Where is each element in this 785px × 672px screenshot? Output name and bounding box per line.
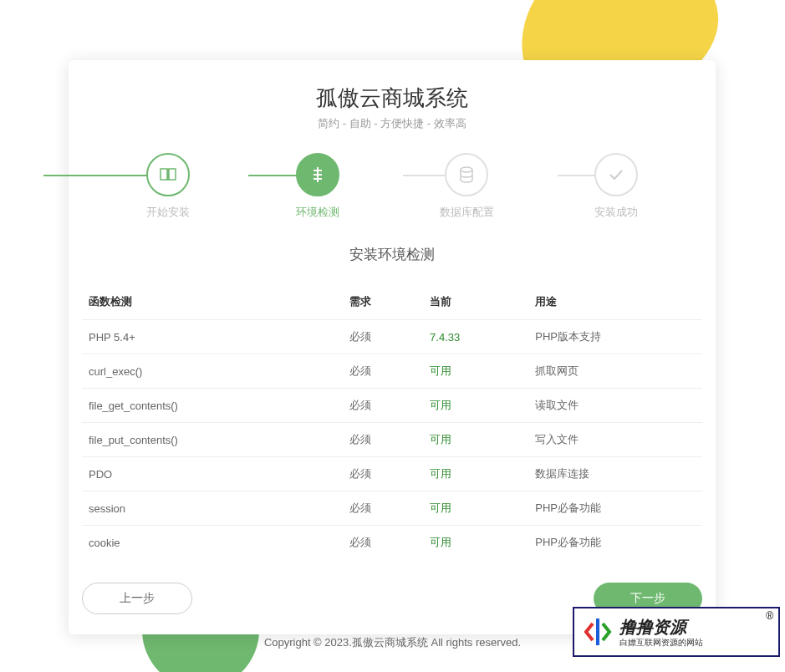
stepper: 开始安装 环境检测 数据库配置 安装成功 [69, 153, 716, 220]
th-req: 需求 [343, 284, 423, 320]
cell-use: 抓取网页 [528, 354, 702, 389]
watermark-badge: 撸撸资源 白嫖互联网资源的网站 ® [573, 607, 780, 657]
cell-name: file_put_contents() [82, 423, 343, 457]
cell-current: 可用 [423, 457, 528, 491]
table-row: PDO必须可用数据库连接 [82, 457, 702, 491]
cell-current: 可用 [423, 423, 528, 457]
cell-req: 必须 [343, 423, 423, 457]
cell-req: 必须 [343, 354, 423, 389]
step-label: 开始安装 [146, 205, 190, 220]
th-use: 用途 [528, 284, 702, 320]
cell-name: file_get_contents() [82, 389, 343, 423]
cell-current: 可用 [423, 354, 528, 389]
cell-name: curl_exec() [82, 354, 343, 389]
cell-req: 必须 [343, 526, 423, 560]
database-icon [458, 166, 475, 183]
table-row: session必须可用PHP必备功能 [82, 491, 702, 526]
cell-name: PHP 5.4+ [82, 320, 343, 354]
cell-req: 必须 [343, 457, 423, 491]
cell-current: 可用 [423, 389, 528, 423]
step-circle [296, 153, 339, 196]
table-row: file_put_contents()必须可用写入文件 [82, 423, 702, 457]
cell-use: 读取文件 [528, 389, 702, 423]
cell-use: 写入文件 [528, 423, 702, 457]
cell-current: 可用 [423, 491, 528, 526]
table-row: curl_exec()必须可用抓取网页 [82, 354, 702, 389]
step-circle [445, 153, 488, 196]
step-label: 数据库配置 [440, 205, 494, 220]
step-label: 环境检测 [296, 205, 339, 220]
cell-current: 7.4.33 [423, 320, 528, 354]
watermark-logo-icon [579, 613, 616, 650]
step-db: 数据库配置 [392, 153, 542, 220]
env-icon [309, 165, 326, 184]
cell-name: session [82, 491, 343, 526]
section-title: 安装环境检测 [69, 245, 716, 264]
cell-name: cookie [82, 526, 343, 560]
step-env: 环境检测 [243, 153, 393, 220]
watermark-title: 撸撸资源 [619, 616, 703, 639]
registered-mark: ® [766, 610, 773, 622]
th-cur: 当前 [423, 284, 528, 320]
installer-card: 孤傲云商城系统 简约 - 自助 - 方便快捷 - 效率高 开始安装 环境检测 [69, 60, 716, 634]
cell-req: 必须 [343, 320, 423, 354]
book-icon [159, 167, 177, 182]
cell-use: PHP必备功能 [528, 526, 702, 560]
cell-name: PDO [82, 457, 343, 491]
th-name: 函数检测 [82, 284, 343, 320]
cell-req: 必须 [343, 389, 423, 423]
prev-button[interactable]: 上一步 [82, 583, 192, 614]
env-check-table: 函数检测 需求 当前 用途 PHP 5.4+必须7.4.33PHP版本支持cur… [82, 284, 702, 559]
table-row: cookie必须可用PHP必备功能 [82, 526, 702, 560]
cell-current: 可用 [423, 526, 528, 560]
step-label: 安装成功 [594, 205, 638, 220]
page-subtitle: 简约 - 自助 - 方便快捷 - 效率高 [69, 116, 716, 131]
step-done: 安装成功 [542, 153, 691, 220]
cell-use: PHP必备功能 [528, 491, 702, 526]
step-start: 开始安装 [94, 153, 243, 220]
page-title: 孤傲云商城系统 [69, 84, 716, 113]
svg-point-0 [461, 167, 472, 172]
cell-use: 数据库连接 [528, 457, 702, 491]
watermark-subtitle: 白嫖互联网资源的网站 [619, 637, 703, 649]
cell-use: PHP版本支持 [528, 320, 702, 354]
cell-req: 必须 [343, 491, 423, 526]
check-icon [608, 168, 624, 181]
table-row: PHP 5.4+必须7.4.33PHP版本支持 [82, 320, 702, 354]
table-row: file_get_contents()必须可用读取文件 [82, 389, 702, 423]
step-circle [594, 153, 638, 196]
step-circle [146, 153, 190, 196]
